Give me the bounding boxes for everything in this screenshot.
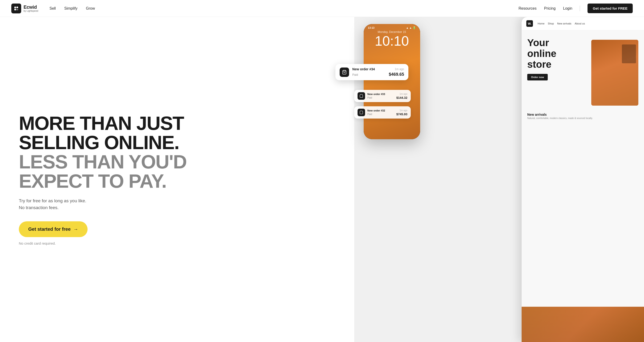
tablet-logo: W. [526,20,533,27]
tablet-new-arrivals-title: New arrivals [522,113,644,116]
tablet-mockup: W. Home Shop New arrivals About us Your … [522,17,644,342]
notif-icon-small-2 [358,109,365,116]
tablet-headline-line1: Your [527,37,549,48]
hero-headline-gray-line1: LESS THAN YOU'D [19,151,186,172]
nav-link-sell[interactable]: Sell [50,6,56,10]
logo-text: Ecwid by Lightspeed [24,4,38,12]
tablet-hero-text: Your online store Order now [527,37,586,106]
hero-headline-line2: SELLING ONLINE. [19,132,179,153]
notif-small-amount-1: $144.32 [396,96,408,99]
tablet-headline-line3: store [527,59,552,70]
notif-small-amount-2: $745.93 [396,112,408,116]
tablet-product-bottom [522,307,644,342]
svg-rect-2 [16,6,18,8]
notif-main-title: New order #34 [352,67,375,71]
nav-divider [580,6,580,11]
tablet-logo-letter: W. [528,22,531,25]
notif-icon-small-1 [358,92,365,100]
logo[interactable]: Ecwid by Lightspeed [11,3,38,13]
nav-link-pricing[interactable]: Pricing [544,6,556,10]
svg-rect-1 [14,6,16,8]
hero-headline-gray-line2: EXPECT TO PAY. [19,170,166,192]
svg-point-6 [344,74,344,74]
notif-small-status-2: Paid [368,113,372,115]
notification-card-main: New order #34 1m ago Paid $469.65 [336,64,408,80]
notif-main-status: Paid [352,73,358,76]
brand-name: Ecwid [24,4,38,10]
hero-sub-line2: No transaction fees. [19,205,58,210]
logo-icon [11,3,21,13]
notification-card-small-2: New order #32 1m ago Paid $745.93 [354,106,411,119]
nav-right: Resources Pricing Login Get started for … [518,3,633,13]
hero-cta-label: Get started for free [28,227,70,232]
svg-rect-4 [16,9,17,10]
brand-sub: by Lightspeed [24,10,38,12]
notif-small-time-2: 1m ago [400,109,407,112]
svg-rect-3 [14,9,16,10]
notification-card-small-1: New order #33 1m ago Paid $144.32 [354,90,411,102]
notif-icon-main [340,67,349,77]
tablet-nav: W. Home Shop New arrivals About us [522,17,644,30]
notif-main-amount: $469.65 [389,72,404,77]
notif-main-time: 1m ago [395,67,404,71]
nav-cta-button[interactable]: Get started for FREE [588,3,633,13]
phone-screen: 13:13 ▲ ▲ 🔋 Monday, December 15 10:10 [364,24,420,139]
phone-clock: 10:10 [364,34,420,48]
tablet-headline-line2: online [527,48,556,59]
phone-time-status: 13:13 [368,26,374,29]
notif-small-title-2: New order #32 [368,109,385,112]
nav-main-links: Sell Simplify Grow [50,6,95,10]
hero-section: MORE THAN JUST SELLING ONLINE. LESS THAN… [0,17,644,342]
notif-content-main: New order #34 1m ago Paid $469.65 [352,67,404,77]
notif-small-content-2: New order #32 1m ago Paid $745.93 [368,109,408,116]
phone-mockup: 13:13 ▲ ▲ 🔋 Monday, December 15 10:10 [364,24,420,139]
hero-headline: MORE THAN JUST SELLING ONLINE. LESS THAN… [19,114,354,191]
nav-link-simplify[interactable]: Simplify [64,6,78,10]
svg-point-7 [344,74,345,74]
tablet-nav-links: Home Shop New arrivals About us [538,22,585,25]
svg-rect-5 [18,9,18,10]
hero-right: 13:13 ▲ ▲ 🔋 Monday, December 15 10:10 Ne… [354,17,644,342]
phone-status-bar: 13:13 ▲ ▲ 🔋 [364,24,420,29]
tablet-hero-area: Your online store Order now [522,30,644,110]
hero-left: MORE THAN JUST SELLING ONLINE. LESS THAN… [0,17,354,342]
tablet-nav-about: About us [575,22,585,25]
tablet-nav-new-arrivals: New arrivals [557,22,572,25]
tablet-headline: Your online store [527,37,586,70]
notif-small-status-1: Paid [368,96,372,99]
notif-small-content-1: New order #33 1m ago Paid $144.32 [368,93,408,99]
hero-no-cc: No credit card required. [19,241,354,245]
svg-rect-0 [13,5,19,11]
tablet-nav-shop: Shop [548,22,554,25]
notif-small-time-1: 1m ago [400,93,407,95]
notif-small-title-1: New order #33 [368,93,385,95]
hero-headline-line1: MORE THAN JUST [19,112,184,134]
tablet-nav-home: Home [538,22,544,25]
hero-sub-line1: Try for free for as long as you like. [19,198,86,203]
hero-sub: Try for free for as long as you like. No… [19,197,122,211]
tablet-new-arrivals-sub: Natural, comfortable, modern classics, m… [522,116,644,119]
tablet-screen: W. Home Shop New arrivals About us Your … [522,17,644,342]
hero-cta-button[interactable]: Get started for free → [19,221,88,237]
navbar: Ecwid by Lightspeed Sell Simplify Grow R… [0,0,644,17]
tablet-order-button[interactable]: Order now [527,74,548,80]
nav-link-login[interactable]: Login [563,6,572,10]
nav-link-resources[interactable]: Resources [518,6,536,10]
phone-signal-icons: ▲ ▲ 🔋 [406,26,416,29]
nav-link-grow[interactable]: Grow [86,6,95,10]
hero-cta-arrow: → [74,227,78,232]
